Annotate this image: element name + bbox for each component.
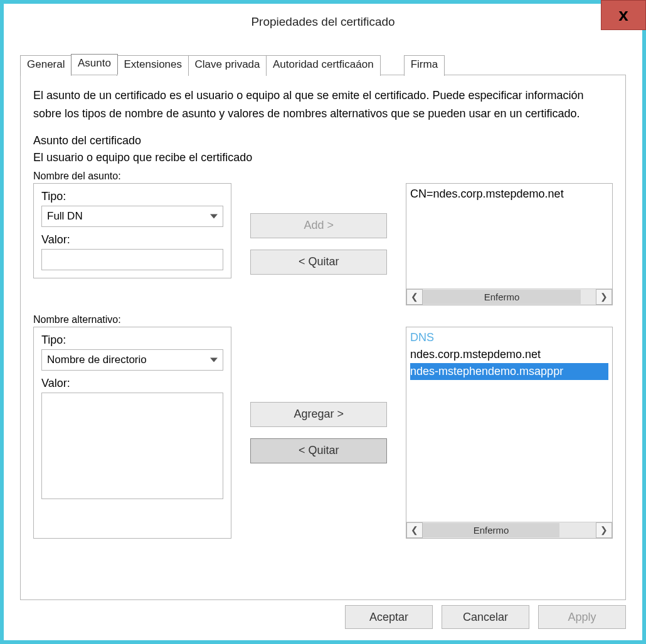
- subject-add-button[interactable]: Add >: [250, 213, 387, 238]
- tab-spacer: [379, 55, 405, 76]
- scroll-track[interactable]: Enfermo: [423, 289, 596, 305]
- subject-remove-button[interactable]: < Quitar: [250, 250, 387, 275]
- tab-general[interactable]: General: [20, 55, 71, 76]
- alt-type-value: Nombre de directorio: [47, 354, 147, 366]
- h-scrollbar[interactable]: ❮ Enfermo ❯: [406, 522, 612, 538]
- alt-value-textarea[interactable]: [41, 393, 223, 499]
- scroll-right-icon[interactable]: ❯: [596, 289, 612, 305]
- tab-area: General Asunto Extensiones Clave privada…: [4, 40, 642, 600]
- titlebar: Propiedades del certificado x: [4, 4, 642, 40]
- close-icon: x: [618, 6, 628, 24]
- tab-autoridad[interactable]: Autoridad certficaáon: [266, 55, 381, 76]
- alt-name-row: Tipo: Nombre de directorio Valor: Agrega…: [33, 327, 613, 539]
- cancel-button[interactable]: Cancelar: [442, 605, 529, 629]
- subject-name-row: Tipo: Full DN Valor: Add > < Quitar: [33, 183, 613, 305]
- scroll-left-icon[interactable]: ❮: [406, 522, 423, 538]
- tabs: General Asunto Extensiones Clave privada…: [20, 54, 626, 75]
- intro-text: El asunto de un certificado es el usuari…: [33, 87, 613, 123]
- alt-type-select[interactable]: Nombre de directorio: [41, 349, 223, 371]
- subject-value-input[interactable]: [41, 249, 223, 270]
- subject-type-label: Tipo:: [41, 190, 223, 203]
- tab-firma[interactable]: Firma: [404, 55, 445, 76]
- subject-type-select[interactable]: Full DN: [41, 206, 223, 227]
- alt-add-button[interactable]: Agregar >: [250, 402, 387, 427]
- scroll-thumb-label: Enfermo: [423, 290, 581, 304]
- tab-extensiones[interactable]: Extensiones: [117, 55, 189, 76]
- subject-name-label: Nombre del asunto:: [33, 171, 613, 182]
- scroll-right-icon[interactable]: ❯: [596, 522, 612, 538]
- alt-type-label: Tipo:: [41, 334, 223, 347]
- alt-name-listbox[interactable]: DNS ndes.corp.mstepdemo.net ndes-mstephe…: [406, 327, 613, 539]
- tab-clave-privada[interactable]: Clave privada: [188, 55, 267, 76]
- alt-remove-button[interactable]: < Quitar: [250, 438, 387, 463]
- alt-name-label: Nombre alternativo:: [33, 314, 613, 325]
- section-subheading: El usuario o equipo que recibe el certif…: [33, 151, 613, 164]
- tab-content-asunto: El asunto de un certificado es el usuari…: [20, 75, 626, 600]
- certificate-properties-window: Propiedades del certificado x General As…: [0, 0, 646, 644]
- list-item-selected[interactable]: ndes-mstephendemo.msapppr: [410, 363, 608, 380]
- section-heading: Asunto del certificado: [33, 134, 613, 147]
- h-scrollbar[interactable]: ❮ Enfermo ❯: [406, 288, 612, 305]
- close-button[interactable]: x: [601, 0, 646, 30]
- scroll-track[interactable]: Enfermo: [423, 522, 596, 538]
- list-item[interactable]: ndes.corp.mstepdemo.net: [410, 346, 608, 363]
- subject-name-listbox[interactable]: CN=ndes.corp.mstepdemo.net ❮ Enfermo ❯: [406, 183, 613, 305]
- apply-button[interactable]: Apply: [538, 605, 626, 629]
- subject-name-group: Tipo: Full DN Valor:: [33, 183, 231, 278]
- subject-type-value: Full DN: [47, 210, 83, 223]
- list-item-header: DNS: [410, 329, 608, 346]
- ok-button[interactable]: Aceptar: [345, 605, 433, 629]
- scroll-left-icon[interactable]: ❮: [406, 289, 423, 305]
- subject-value-label: Valor:: [41, 233, 223, 246]
- chevron-down-icon: [210, 214, 218, 218]
- alt-value-label: Valor:: [41, 377, 223, 390]
- alt-name-group: Tipo: Nombre de directorio Valor:: [33, 327, 231, 539]
- dialog-footer: Aceptar Cancelar Apply: [4, 600, 642, 640]
- scroll-thumb-label: Enfermo: [423, 523, 559, 537]
- chevron-down-icon: [210, 357, 218, 362]
- window-title: Propiedades del certificado: [251, 15, 394, 29]
- list-item[interactable]: CN=ndes.corp.mstepdemo.net: [410, 186, 608, 203]
- tab-asunto[interactable]: Asunto: [71, 54, 118, 75]
